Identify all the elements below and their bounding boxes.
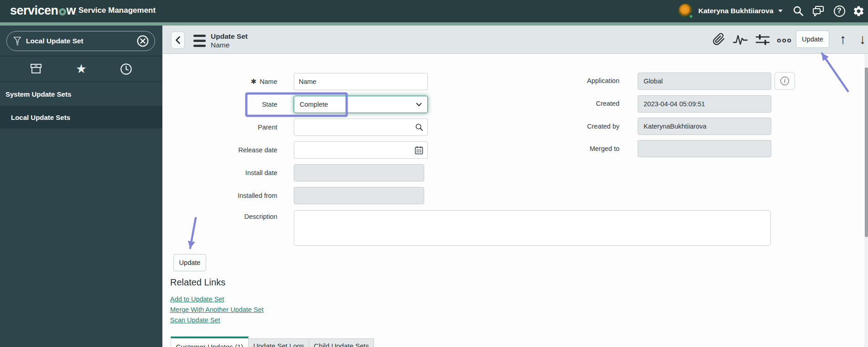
history-clock-icon[interactable]	[117, 60, 135, 78]
sidebar-item-label: Local Update Sets	[11, 114, 70, 121]
user-name: Kateryna Bukhtiiarova	[698, 7, 774, 15]
chevron-down-icon	[778, 10, 783, 12]
previous-record-arrow-icon[interactable]: ↑	[836, 31, 850, 47]
form-title-block: Update Set Name	[211, 32, 248, 49]
install-date-label: Install date	[177, 169, 277, 176]
application-info-button[interactable]: i	[774, 72, 795, 90]
description-textarea[interactable]	[294, 210, 771, 246]
name-label: ✱Name	[177, 78, 277, 86]
installed-from-label: Installed from	[177, 192, 277, 199]
parent-label: Parent	[177, 124, 277, 131]
servicenow-app: servicenw . Service Management Kateryna …	[0, 0, 868, 347]
parent-lookup-button[interactable]	[411, 119, 428, 136]
select-chevron-icon	[416, 103, 422, 107]
vertical-scrollbar-thumb[interactable]	[865, 67, 868, 237]
install-date-field	[294, 164, 424, 181]
link-merge-with-another-update-set[interactable]: Merge With Another Update Set	[170, 306, 264, 313]
form-context-menu-icon[interactable]	[193, 35, 206, 47]
state-label: State	[177, 101, 277, 108]
release-date-calendar-button[interactable]	[411, 141, 428, 159]
lookup-search-icon	[415, 123, 423, 131]
related-links-title: Related Links	[170, 277, 225, 288]
parent-input[interactable]	[294, 119, 411, 136]
application-label: Application	[519, 77, 619, 84]
form-title: Update Set	[211, 32, 248, 40]
sidebar-item-local-update-sets[interactable]: Local Update Sets	[0, 106, 162, 129]
filter-funnel-icon	[13, 36, 21, 46]
tab-child-update-sets[interactable]: Child Update Sets	[309, 338, 374, 347]
settings-gear-icon[interactable]	[851, 4, 866, 18]
product-name: Service Management	[78, 6, 156, 15]
presence-dot	[689, 14, 693, 19]
merged-to-label: Merged to	[519, 145, 619, 152]
link-add-to-update-set[interactable]: Add to Update Set	[170, 295, 224, 303]
info-icon: i	[780, 77, 789, 85]
link-scan-update-set[interactable]: Scan Update Set	[170, 316, 220, 324]
global-search-icon[interactable]	[791, 4, 806, 18]
required-marker: ✱	[251, 78, 257, 85]
created-by-field: KaterynaBukhtiiarova	[638, 118, 771, 135]
top-banner: servicenw . Service Management Kateryna …	[0, 0, 868, 22]
calendar-icon	[415, 146, 423, 155]
installed-from-field	[294, 187, 424, 204]
application-field: Global	[638, 73, 771, 90]
logo-text-prefix: servicen	[10, 4, 58, 18]
back-button[interactable]	[171, 31, 185, 49]
created-label: Created	[519, 100, 619, 107]
activity-stream-icon[interactable]	[732, 33, 749, 47]
description-label: Description	[177, 213, 277, 220]
annotation-arrow-update-bottom	[190, 218, 196, 248]
tab-update-set-logs[interactable]: Update Set Logs	[249, 338, 309, 347]
next-record-arrow-icon[interactable]: ↓	[855, 31, 868, 47]
created-field: 2023-04-04 05:09:51	[638, 95, 771, 113]
release-date-label: Release date	[177, 146, 277, 154]
state-selected-value: Complete	[300, 101, 328, 108]
application-navigator: ★ System Update Sets Local Update Sets	[0, 26, 162, 347]
more-options-icon[interactable]: ooo	[775, 35, 794, 45]
navigator-filter-box[interactable]	[6, 31, 155, 51]
favorites-star-icon[interactable]: ★	[72, 60, 90, 78]
update-button-form[interactable]: Update	[173, 254, 206, 271]
merged-to-field	[638, 140, 771, 157]
attachment-paperclip-icon[interactable]	[712, 31, 726, 47]
sidebar-item-system-update-sets[interactable]: System Update Sets	[0, 82, 162, 106]
logo-o-icon	[59, 8, 66, 16]
logo-text-suffix: w	[67, 4, 76, 18]
personalize-form-sliders-icon[interactable]	[754, 33, 771, 47]
logo-trademark-dot: .	[76, 12, 77, 16]
all-applications-archive-icon[interactable]	[27, 60, 45, 78]
user-menu[interactable]: Kateryna Bukhtiiarova	[678, 4, 783, 18]
update-button-toolbar[interactable]: Update	[796, 31, 829, 48]
clear-filter-icon[interactable]	[136, 35, 149, 47]
created-by-label: Created by	[519, 123, 619, 130]
navigator-filter-input[interactable]	[26, 37, 136, 45]
navigator-tabs: ★	[0, 57, 162, 81]
sidebar-item-label: System Update Sets	[5, 90, 71, 98]
servicenow-logo[interactable]: servicenw .	[10, 4, 77, 18]
record-name: Name	[211, 41, 248, 49]
connect-chat-icon[interactable]	[811, 4, 826, 18]
help-icon[interactable]: ?	[832, 4, 847, 18]
tab-customer-updates[interactable]: Customer Updates (1)	[171, 337, 249, 347]
state-select[interactable]: Complete	[294, 96, 428, 113]
banner-accent-line	[0, 22, 868, 26]
annotation-arrow-update-toolbar	[822, 53, 848, 91]
question-mark-glyph: ?	[834, 5, 845, 17]
avatar	[678, 4, 693, 18]
release-date-input[interactable]	[294, 141, 411, 159]
name-input[interactable]	[294, 73, 428, 90]
